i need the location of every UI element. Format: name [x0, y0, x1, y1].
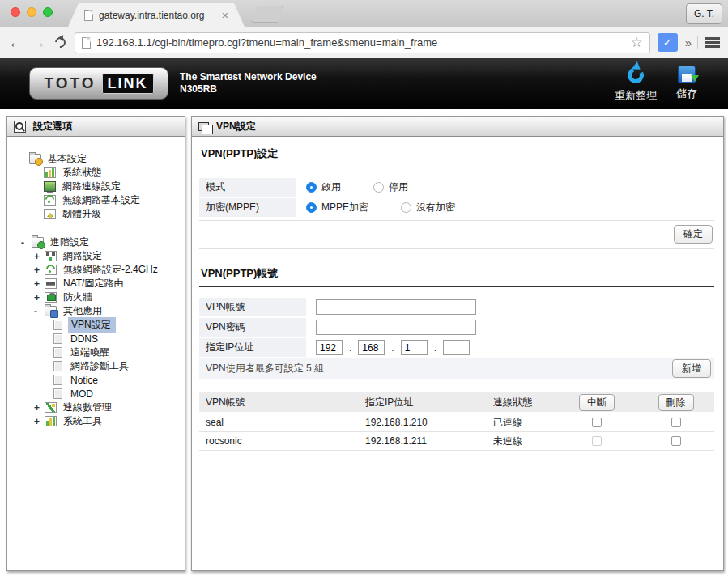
sidebar-item-label[interactable]: 系統工具: [61, 413, 104, 429]
extension-button[interactable]: ✓: [658, 33, 678, 52]
expand-marker[interactable]: +: [34, 251, 45, 262]
sidebar-item-system-status[interactable]: 系統狀態: [7, 166, 185, 180]
sidebar-item-vpn-settings[interactable]: VPN設定: [7, 318, 185, 332]
disconnect-checkbox[interactable]: [592, 418, 602, 427]
settings-sidebar: 設定選項 基本設定 系統狀態 網路連線設定 無線網路基本設定 韌體升級 - 進階…: [6, 116, 185, 571]
expand-marker[interactable]: +: [34, 416, 45, 427]
sidebar-item-network-connection[interactable]: 網路連線設定: [7, 180, 185, 193]
sidebar-item-label-selected[interactable]: VPN設定: [68, 317, 116, 333]
collapse-marker[interactable]: -: [21, 237, 32, 248]
sidebar-item-firewall[interactable]: + 防火牆: [7, 290, 185, 304]
vpn-account-label: VPN帳號: [199, 298, 306, 316]
sidebar-item-label[interactable]: MOD: [68, 388, 96, 401]
sidebar-header: 設定選項: [7, 117, 185, 137]
disconnect-button[interactable]: 中斷: [579, 394, 615, 411]
sidebar-item-label[interactable]: 韌體升級: [60, 206, 104, 222]
tab-close-icon[interactable]: ×: [222, 10, 228, 21]
maximize-window-button[interactable]: [43, 7, 53, 17]
bookmark-star-icon[interactable]: ☆: [630, 36, 642, 49]
save-label[interactable]: 儲存: [676, 87, 697, 101]
sidebar-item-label[interactable]: Notice: [68, 374, 100, 387]
assigned-ip-label: 指定IP位址: [199, 338, 306, 357]
sidebar-item-other-applications[interactable]: - 其他應用: [7, 304, 185, 318]
logo-toto-text: TOTO: [44, 74, 96, 92]
refresh-label[interactable]: 重新整理: [615, 88, 657, 103]
sidebar-item-network-settings[interactable]: + 網路設定: [7, 249, 185, 263]
expand-marker[interactable]: +: [34, 292, 45, 303]
new-tab-button[interactable]: [251, 6, 283, 23]
browser-menu-icon[interactable]: [705, 37, 720, 48]
mode-enable-radio[interactable]: [306, 182, 317, 193]
mppe-none-label[interactable]: 沒有加密: [416, 201, 455, 214]
reload-button[interactable]: [53, 35, 67, 49]
mode-disable-radio[interactable]: [373, 182, 384, 193]
close-window-button[interactable]: [11, 7, 20, 17]
expand-marker[interactable]: +: [34, 278, 45, 290]
sidebar-item-label[interactable]: 網路診斷工具: [68, 358, 131, 374]
mppe-none-radio[interactable]: [401, 202, 411, 213]
sidebar-item-label[interactable]: DDNS: [68, 333, 100, 345]
browser-tabstrip: gateway.intra.tientao.org × G. T.: [0, 0, 728, 27]
sidebar-item-ddns[interactable]: DDNS: [7, 332, 185, 345]
col-ip-header: 指定IP位址: [365, 396, 493, 409]
sidebar-item-connection-management[interactable]: + 連線數管理: [7, 401, 185, 414]
ip-octet-3-input[interactable]: [401, 340, 428, 355]
sidebar-item-basic-settings[interactable]: 基本設定: [7, 152, 185, 166]
traffic-chart-icon: [45, 402, 57, 413]
url-text[interactable]: 192.168.1.1/cgi-bin/timepro.cgi?tmenu=ma…: [96, 36, 624, 49]
minimize-window-button[interactable]: [27, 7, 36, 17]
save-action[interactable]: 儲存: [676, 66, 697, 103]
sidebar-item-mod[interactable]: MOD: [7, 387, 185, 401]
browser-tab[interactable]: gateway.intra.tientao.org ×: [68, 3, 245, 27]
ip-octet-2-input[interactable]: [358, 340, 385, 355]
sidebar-item-wireless-24ghz[interactable]: + 無線網路設定-2.4GHz: [7, 263, 185, 277]
mppe-enable-radio[interactable]: [306, 202, 317, 213]
ip-dot: .: [391, 342, 394, 354]
vpn-password-input[interactable]: [316, 320, 476, 335]
mppe-enable-label[interactable]: MPPE加密: [321, 201, 368, 214]
refresh-action[interactable]: 重新整理: [615, 66, 657, 103]
settings-tree: 基本設定 系統狀態 網路連線設定 無線網路基本設定 韌體升級 - 進階設定 + …: [7, 137, 185, 428]
delete-checkbox[interactable]: [671, 418, 681, 427]
ip-octet-4-input[interactable]: [443, 340, 470, 355]
vpn-account-row: VPN帳號: [199, 298, 714, 316]
mode-enable-label[interactable]: 啟用: [321, 180, 341, 194]
col-status-header: 連線狀態: [493, 396, 556, 409]
page-icon: [82, 37, 91, 49]
delete-checkbox[interactable]: [671, 436, 681, 446]
sidebar-item-advanced-settings[interactable]: - 進階設定: [7, 235, 185, 249]
more-extensions-icon[interactable]: »: [685, 36, 698, 49]
refresh-icon[interactable]: [626, 66, 645, 85]
tagline-line2: N305RB: [180, 83, 317, 95]
bar-chart-icon: [44, 167, 56, 178]
tab-title: gateway.intra.tientao.org: [99, 10, 216, 21]
page-icon: [53, 388, 62, 399]
vpn-account-input[interactable]: [316, 299, 476, 315]
sidebar-item-nat-routing[interactable]: + NAT/固定路由: [7, 277, 185, 290]
cell-account: rocsonic: [199, 435, 365, 447]
expand-marker[interactable]: +: [34, 265, 45, 276]
mode-disable-label[interactable]: 停用: [389, 180, 408, 194]
search-icon: [14, 121, 26, 133]
sidebar-item-wake-on-lan[interactable]: 遠端喚醒: [7, 345, 185, 359]
sidebar-item-system-tools[interactable]: + 系統工具: [7, 414, 185, 428]
address-bar[interactable]: 192.168.1.1/cgi-bin/timepro.cgi?tmenu=ma…: [75, 32, 650, 53]
expand-marker[interactable]: +: [34, 402, 45, 413]
ip-dot: .: [349, 342, 351, 354]
collapse-marker[interactable]: -: [34, 306, 45, 317]
assigned-ip-row: 指定IP位址 ...: [199, 338, 714, 357]
profile-button[interactable]: G. T.: [686, 3, 722, 24]
add-button[interactable]: 新增: [672, 359, 711, 378]
sidebar-item-notice[interactable]: Notice: [7, 373, 185, 387]
confirm-button[interactable]: 確定: [674, 225, 713, 244]
sidebar-item-network-diagnostics[interactable]: 網路診斷工具: [7, 359, 185, 373]
sidebar-item-wireless-basic[interactable]: 無線網路基本設定: [7, 193, 185, 207]
back-button[interactable]: ←: [8, 35, 23, 50]
vpn-password-row: VPN密碼: [199, 318, 714, 337]
mode-label: 模式: [199, 178, 296, 197]
delete-button[interactable]: 刪除: [658, 394, 694, 411]
save-icon[interactable]: [678, 66, 696, 83]
sidebar-item-firmware-upgrade[interactable]: 韌體升級: [7, 207, 185, 221]
ip-octet-1-input[interactable]: [316, 340, 343, 355]
tagline-line1: The Smartest Network Device: [180, 71, 317, 83]
